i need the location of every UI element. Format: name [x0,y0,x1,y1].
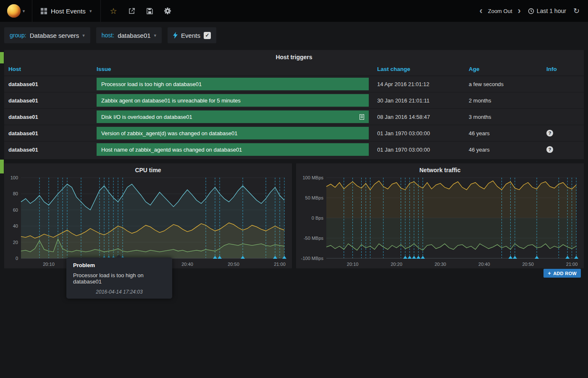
svg-text:20:20: 20:20 [391,262,402,267]
panel-title[interactable]: CPU time [4,163,292,173]
svg-text:-50 MBps: -50 MBps [304,236,324,241]
star-icon[interactable]: ☆ [110,7,117,15]
events-checkbox[interactable]: ✓ [204,32,211,39]
table-row: database01 Processor load is too high on… [4,76,584,92]
age-cell: 46 years [465,125,542,142]
add-row-button[interactable]: + ADD ROW [543,269,581,278]
chevron-down-icon: ▾ [23,9,25,13]
question-circle-icon[interactable]: ? [546,130,553,136]
zoom-out-button[interactable]: Zoom Out [488,8,512,14]
issue-pill[interactable]: Processor load is too high on database01 [97,78,369,90]
variable-host-select[interactable]: host: database01 ▾ [96,27,162,43]
column-header-host[interactable]: Host [4,63,92,76]
variable-label: host: [102,32,114,39]
last-change-cell: 01 Jan 1970 03:00:00 [373,125,465,142]
time-shift-back-icon[interactable]: ‹ [479,6,482,16]
time-range-picker[interactable]: Last 1 hour [526,8,568,14]
save-icon[interactable] [147,8,153,14]
host-triggers-panel: Host triggers Host Issue Last change Age… [4,50,584,159]
cpu-time-chart[interactable]: 02040608010020:1020:2020:3020:4020:5021:… [6,174,290,268]
time-shift-forward-icon[interactable]: › [518,6,521,16]
chevron-down-icon: ▾ [82,33,85,38]
annotations-toggle[interactable]: Events ✓ [168,27,216,43]
last-change-cell: 14 Apr 2016 21:01:12 [373,76,465,92]
issue-text: Zabbix agent on database01 is unreachabl… [101,97,241,104]
column-header-last-change[interactable]: Last change [373,63,465,76]
row-collapse-handle[interactable] [0,160,4,173]
column-header-info[interactable]: Info [542,63,584,76]
age-cell: 3 months [465,109,542,125]
info-cell [542,109,584,125]
table-row: database01 Host name of zabbix_agentd wa… [4,142,584,158]
variable-value: database01 [118,32,150,39]
grafana-logo-icon [7,4,21,18]
tooltip-title: Problem [66,262,172,272]
network-traffic-panel: Network traffic 100 MBps50 MBps0 Bps-50 … [296,163,584,268]
panel-title[interactable]: Host triggers [4,50,584,63]
table-row: database01 Version of zabbix_agent(d) wa… [4,125,584,142]
plus-icon: + [548,270,551,276]
issue-text: Processor load is too high on database01 [101,81,202,87]
info-cell [542,92,584,109]
issue-text: Version of zabbix_agent(d) was changed o… [101,130,238,136]
svg-text:80: 80 [13,191,18,196]
svg-text:21:00: 21:00 [566,262,578,267]
column-header-issue[interactable]: Issue [92,63,373,76]
last-change-cell: 01 Jan 1970 03:00:00 [373,142,465,158]
host-cell: database01 [4,142,92,158]
issue-text: Host name of zabbix_agentd was changed o… [101,147,242,153]
svg-text:-100 MBps: -100 MBps [301,256,324,261]
age-cell: 2 months [465,92,542,109]
host-cell: database01 [4,92,92,109]
variable-value: Database servers [30,32,79,39]
panel-title[interactable]: Network traffic [296,163,584,173]
variable-group-select[interactable]: group: Database servers ▾ [4,27,90,43]
age-cell: a few seconds [465,76,542,92]
last-change-cell: 30 Jan 2016 21:01:11 [373,92,465,109]
grafana-menu-button[interactable]: ▾ [0,0,32,22]
time-range-label: Last 1 hour [537,8,566,14]
host-cell: database01 [4,76,92,92]
lightning-bolt-icon [173,32,178,39]
column-header-age[interactable]: Age [465,63,542,76]
svg-text:50 MBps: 50 MBps [305,195,324,200]
svg-text:20:50: 20:50 [522,262,534,267]
host-cell: database01 [4,125,92,142]
network-traffic-chart[interactable]: 100 MBps50 MBps0 Bps-50 MBps-100 MBps20:… [298,174,582,268]
table-header-row: Host Issue Last change Age Info [4,63,584,76]
table-row: database01 Zabbix agent on database01 is… [4,92,584,109]
svg-text:20:50: 20:50 [228,262,239,267]
cpu-time-panel: CPU time 02040608010020:1020:2020:3020:4… [4,163,292,268]
issue-pill[interactable]: Version of zabbix_agent(d) was changed o… [97,127,369,139]
svg-text:100 MBps: 100 MBps [302,175,323,180]
tooltip-text: Processor load is too high on database01 [66,272,172,289]
svg-text:20:40: 20:40 [181,262,193,267]
issue-pill[interactable]: Zabbix agent on database01 is unreachabl… [97,94,369,107]
row-collapse-handle[interactable] [0,52,4,63]
svg-text:21:00: 21:00 [274,262,286,267]
refresh-icon[interactable]: ↻ [573,6,580,16]
acknowledge-document-icon[interactable] [360,114,364,120]
svg-text:100: 100 [10,175,18,180]
dashboard-title: Host Events [51,8,86,15]
svg-text:0: 0 [16,256,18,261]
svg-text:20:40: 20:40 [478,262,490,267]
issue-pill[interactable]: Host name of zabbix_agentd was changed o… [97,143,369,156]
settings-gear-icon[interactable] [164,8,171,14]
info-cell: ? [542,142,584,158]
dashboard-picker[interactable]: Host Events ▾ [32,0,100,22]
host-cell: database01 [4,109,92,125]
issue-pill[interactable]: Disk I/O is overloaded on database01 [97,110,369,123]
navbar: ▾ Host Events ▾ ☆ ‹ Zoom Out › Last 1 ho… [0,0,588,22]
add-row-label: ADD ROW [553,271,577,276]
share-icon[interactable] [129,8,135,14]
table-row: database01 Disk I/O is overloaded on dat… [4,109,584,125]
time-controls: ‹ Zoom Out › Last 1 hour ↻ [479,6,588,16]
clock-icon [528,8,534,14]
info-cell [542,76,584,92]
submenu: group: Database servers ▾ host: database… [0,22,588,50]
question-circle-icon[interactable]: ? [546,146,553,153]
svg-text:20: 20 [13,240,18,245]
svg-text:0 Bps: 0 Bps [312,215,324,220]
host-triggers-table: Host Issue Last change Age Info database… [4,63,584,158]
